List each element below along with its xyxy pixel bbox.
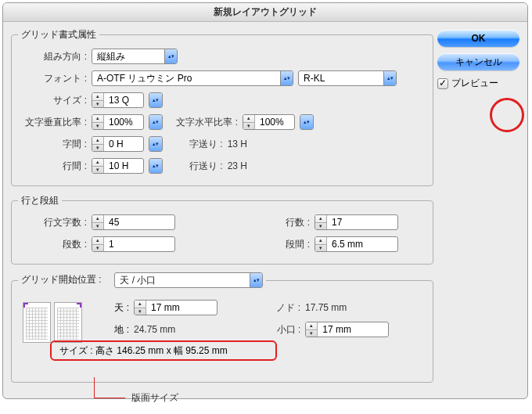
- chevron-up-icon[interactable]: ▴: [135, 301, 146, 308]
- chevron-down-icon[interactable]: ▾: [92, 101, 103, 108]
- chevron-updown-icon: ▴▾: [149, 137, 162, 151]
- chevron-up-icon[interactable]: ▴: [92, 159, 103, 167]
- aki-stepper[interactable]: ▴▾ 0 H: [92, 136, 144, 152]
- lines-label: 行数 :: [279, 216, 310, 229]
- gyookuri-label: 行送り :: [189, 160, 223, 173]
- chevron-up-icon[interactable]: ▴: [315, 237, 326, 245]
- font-style-select[interactable]: R-KL ▴▾: [298, 70, 397, 86]
- chevron-down-icon[interactable]: ▾: [92, 245, 103, 252]
- direction-select[interactable]: 縦組み ▴▾: [92, 49, 178, 64]
- chevron-updown-icon: ▴▾: [300, 115, 313, 129]
- chevron-updown-icon: ▴▾: [149, 159, 162, 173]
- chevron-up-icon[interactable]: ▴: [315, 215, 326, 223]
- cancel-button[interactable]: キャンセル: [437, 53, 519, 70]
- chevron-down-icon[interactable]: ▾: [92, 223, 103, 230]
- gyokan-label: 行間 :: [18, 160, 87, 173]
- gyokan-menu[interactable]: ▴▾: [149, 158, 163, 174]
- cols-stepper[interactable]: ▴▾ 1: [92, 236, 175, 252]
- chi-label: 地 :: [92, 323, 129, 337]
- chevron-updown-icon: ▴▾: [149, 93, 162, 107]
- koguchi-label: 小口 :: [266, 323, 300, 337]
- nodo-label: ノド :: [266, 301, 300, 315]
- grid-start-select[interactable]: 天 / 小口 ▴▾: [114, 272, 263, 288]
- grid-format-legend: グリッド書式属性: [18, 28, 99, 41]
- gutter-stepper[interactable]: ▴▾ 6.5 mm: [315, 236, 398, 252]
- hscale-stepper[interactable]: ▴▾ 100%: [243, 114, 295, 130]
- chevron-down-icon[interactable]: ▾: [92, 123, 103, 130]
- lines-columns-group: 行と段組 行文字数 : ▴▾ 45 行数 : ▴▾ 17 段数 : ▴▾ 1: [11, 194, 433, 265]
- chars-stepper[interactable]: ▴▾ 45: [92, 214, 175, 230]
- jiokuri-value: 13 H: [228, 139, 247, 149]
- chevron-updown-icon: ▴▾: [149, 115, 162, 129]
- hscale-menu[interactable]: ▴▾: [300, 114, 314, 130]
- font-label: フォント :: [18, 72, 87, 85]
- vscale-label: 文字垂直比率 :: [18, 116, 87, 129]
- chevron-down-icon[interactable]: ▾: [243, 123, 254, 130]
- grid-start-legend: グリッド開始位置 : 天 / 小口 ▴▾: [18, 272, 266, 288]
- annotation-leader-h: [94, 398, 125, 398]
- chevron-down-icon[interactable]: ▾: [306, 330, 317, 337]
- lines-columns-legend: 行と段組: [18, 194, 62, 207]
- chevron-up-icon[interactable]: ▴: [92, 137, 103, 145]
- cols-label: 段数 :: [18, 238, 87, 251]
- spread-thumbnail: [18, 299, 87, 346]
- chevron-up-icon[interactable]: ▴: [92, 115, 103, 123]
- gutter-label: 段間 :: [279, 238, 310, 251]
- aki-menu[interactable]: ▴▾: [149, 136, 163, 152]
- size-label: サイズ :: [18, 94, 87, 107]
- grid-start-group: グリッド開始位置 : 天 / 小口 ▴▾ 天 : ▴▾: [11, 272, 433, 383]
- size-stepper[interactable]: ▴▾ 13 Q: [92, 92, 144, 108]
- dialog-title: 新規レイアウトグリッド: [3, 3, 527, 22]
- koguchi-stepper[interactable]: ▴▾ 17 mm: [305, 322, 389, 337]
- chevron-down-icon[interactable]: ▾: [315, 223, 326, 230]
- font-family-select[interactable]: A-OTF リュウミン Pro ▴▾: [92, 70, 293, 86]
- chevron-up-icon[interactable]: ▴: [92, 93, 103, 101]
- preview-label: プレビュー: [451, 77, 498, 90]
- chevron-updown-icon: ▴▾: [250, 273, 262, 287]
- grid-format-attributes-group: グリッド書式属性 組み方向 : 縦組み ▴▾ フォント : A-OTF リュウミ…: [11, 28, 433, 186]
- chevron-down-icon[interactable]: ▾: [92, 167, 103, 174]
- annotation-leader-v: [94, 377, 95, 398]
- chevron-updown-icon: ▴▾: [164, 49, 177, 63]
- annotation-label: 版面サイズ: [131, 391, 178, 405]
- chevron-up-icon[interactable]: ▴: [306, 322, 317, 330]
- chevron-up-icon[interactable]: ▴: [92, 215, 103, 223]
- gyokan-stepper[interactable]: ▴▾ 10 H: [92, 158, 144, 174]
- chevron-updown-icon: ▴▾: [383, 71, 396, 85]
- size-menu[interactable]: ▴▾: [149, 92, 163, 108]
- chevron-down-icon[interactable]: ▾: [135, 308, 146, 315]
- aki-label: 字間 :: [18, 138, 87, 151]
- gyookuri-value: 23 H: [228, 160, 247, 171]
- chevron-updown-icon: ▴▾: [280, 71, 293, 85]
- jiokuri-label: 字送り :: [189, 138, 223, 151]
- vscale-stepper[interactable]: ▴▾ 100%: [92, 114, 144, 130]
- chevron-up-icon[interactable]: ▴: [92, 237, 103, 245]
- ten-label: 天 :: [92, 301, 129, 315]
- hscale-label: 文字水平比率 :: [167, 116, 238, 129]
- chevron-up-icon[interactable]: ▴: [243, 115, 254, 123]
- chevron-down-icon[interactable]: ▾: [92, 145, 103, 152]
- preview-checkbox[interactable]: [437, 78, 448, 89]
- direction-label: 組み方向 :: [18, 50, 87, 63]
- ten-stepper[interactable]: ▴▾ 17 mm: [134, 300, 217, 315]
- chevron-down-icon[interactable]: ▾: [315, 245, 326, 252]
- nodo-value: 17.75 mm: [305, 302, 347, 313]
- ok-button[interactable]: OK: [437, 30, 519, 47]
- vscale-menu[interactable]: ▴▾: [149, 114, 163, 130]
- chars-label: 行文字数 :: [18, 216, 87, 229]
- chi-value: 24.75 mm: [134, 324, 175, 335]
- lines-stepper[interactable]: ▴▾ 17: [315, 214, 398, 230]
